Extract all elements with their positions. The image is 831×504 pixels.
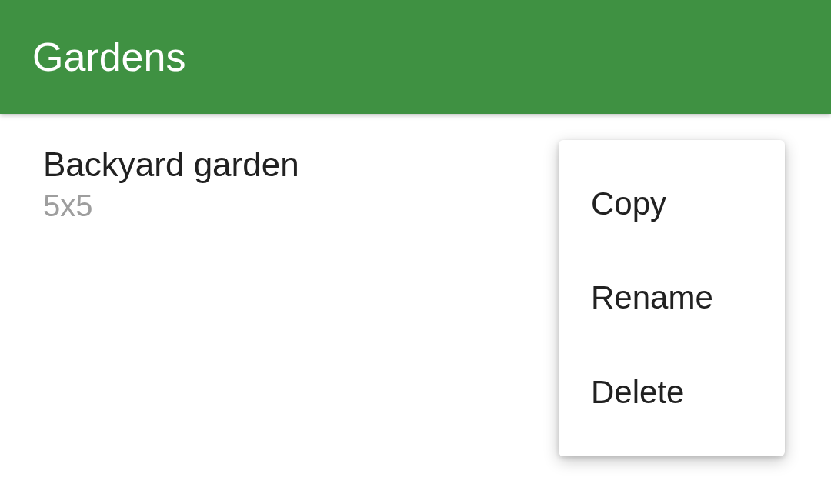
page-title: Gardens <box>32 34 185 80</box>
menu-item-rename[interactable]: Rename <box>559 251 785 345</box>
app-header: Gardens <box>0 0 831 114</box>
menu-item-delete[interactable]: Delete <box>559 345 785 439</box>
context-menu: Copy Rename Delete <box>559 140 785 456</box>
menu-item-copy[interactable]: Copy <box>559 157 785 251</box>
